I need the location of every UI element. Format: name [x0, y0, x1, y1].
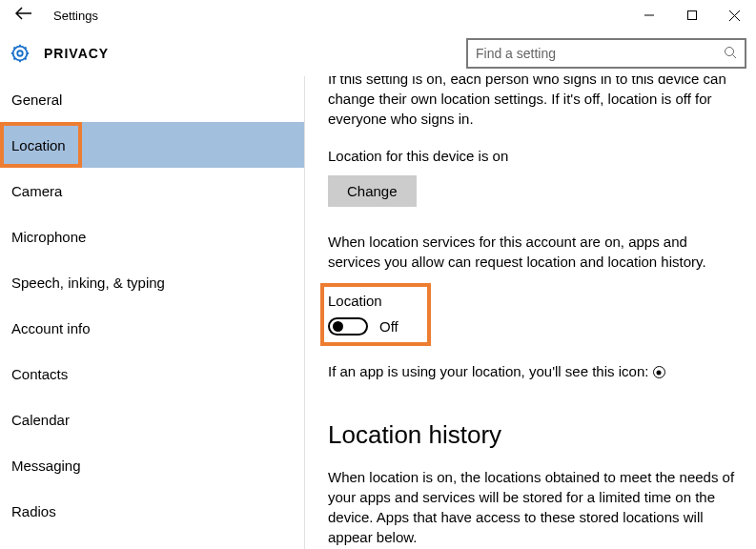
sidebar-item-messaging[interactable]: Messaging	[0, 442, 304, 488]
sidebar-item-label: Camera	[11, 183, 62, 199]
sidebar-item-label: Messaging	[11, 458, 81, 474]
sidebar-item-label: Speech, inking, & typing	[11, 274, 165, 291]
sidebar-item-label: Microphone	[11, 229, 86, 245]
header: PRIVACY Find a setting	[0, 30, 756, 76]
history-title: Location history	[328, 417, 741, 452]
toggle-row: Off	[328, 316, 398, 336]
sidebar-item-radios[interactable]: Radios	[0, 488, 304, 534]
sidebar-item-location[interactable]: Location	[0, 122, 304, 168]
sidebar-item-microphone[interactable]: Microphone	[0, 214, 304, 259]
maximize-button[interactable]	[670, 1, 713, 30]
history-body: When location is on, the locations obtai…	[328, 467, 741, 547]
location-indicator-icon	[653, 366, 665, 378]
sidebar: GeneralLocationCameraMicrophoneSpeech, i…	[0, 76, 305, 549]
header-left: PRIVACY	[10, 43, 109, 64]
titlebar-left: Settings	[11, 5, 98, 26]
sidebar-item-label: Account info	[11, 320, 91, 336]
gear-icon	[10, 43, 31, 64]
body: GeneralLocationCameraMicrophoneSpeech, i…	[0, 76, 756, 549]
sidebar-item-general[interactable]: General	[0, 76, 304, 122]
svg-point-3	[725, 47, 734, 55]
account-desc: When location services for this account …	[328, 232, 741, 272]
icon-line-text: If an app is using your location, you'll…	[328, 363, 648, 379]
sidebar-item-label: General	[11, 92, 62, 108]
window-controls	[627, 1, 756, 30]
svg-point-2	[13, 47, 28, 61]
toggle-label: Location	[328, 291, 398, 311]
sidebar-item-camera[interactable]: Camera	[0, 168, 304, 214]
intro-text: If this setting is on, each person who s…	[328, 76, 741, 129]
toggle-knob	[333, 321, 343, 332]
back-button[interactable]	[11, 5, 36, 26]
search-icon	[724, 46, 737, 62]
sidebar-item-calendar[interactable]: Calendar	[0, 396, 304, 442]
titlebar: Settings	[0, 0, 756, 30]
minimize-button[interactable]	[627, 1, 670, 30]
svg-rect-0	[687, 11, 696, 20]
device-status: Location for this device is on	[328, 146, 741, 166]
search-placeholder: Find a setting	[476, 46, 556, 61]
location-toggle-section: Location Off	[328, 291, 398, 336]
sidebar-item-label: Radios	[11, 503, 56, 519]
page-title: PRIVACY	[44, 46, 109, 61]
content: If this setting is on, each person who s…	[305, 76, 756, 549]
svg-point-1	[17, 51, 23, 56]
toggle-state: Off	[379, 316, 398, 336]
sidebar-item-label: Contacts	[11, 366, 68, 382]
sidebar-item-label: Calendar	[11, 412, 70, 428]
icon-line: If an app is using your location, you'll…	[328, 361, 741, 381]
sidebar-item-account-info[interactable]: Account info	[0, 305, 304, 351]
sidebar-item-speech-inking-typing[interactable]: Speech, inking, & typing	[0, 259, 304, 305]
location-toggle[interactable]	[328, 317, 368, 336]
window-title: Settings	[53, 9, 98, 23]
search-input[interactable]: Find a setting	[466, 38, 746, 69]
sidebar-item-contacts[interactable]: Contacts	[0, 351, 304, 396]
change-button[interactable]: Change	[328, 175, 417, 207]
close-button[interactable]	[713, 1, 756, 30]
sidebar-item-label: Location	[11, 137, 66, 153]
